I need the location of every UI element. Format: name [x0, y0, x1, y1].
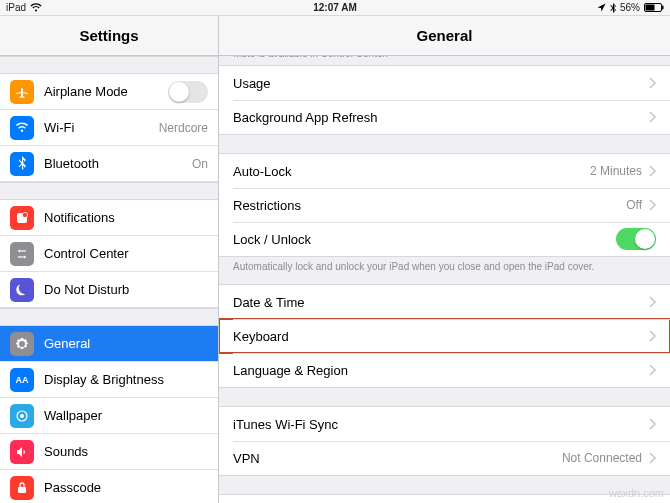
sidebar-label: Passcode: [44, 480, 208, 495]
svg-rect-6: [21, 250, 26, 251]
row-usage[interactable]: Usage: [219, 66, 670, 100]
sounds-icon: [10, 440, 34, 464]
bluetooth-icon: [10, 152, 34, 176]
truncated-note: Mute is available in Control Center.: [219, 56, 670, 65]
watermark: wsxdn.com: [609, 487, 664, 499]
row-date-time[interactable]: Date & Time: [219, 285, 670, 319]
main-header: General: [219, 16, 670, 56]
row-itunes-sync[interactable]: iTunes Wi-Fi Sync: [219, 407, 670, 441]
row-background-refresh[interactable]: Background App Refresh: [219, 100, 670, 134]
sidebar-label: Notifications: [44, 210, 208, 225]
svg-point-4: [22, 212, 27, 217]
chevron-right-icon: [648, 296, 656, 308]
row-autolock[interactable]: Auto-Lock 2 Minutes: [219, 154, 670, 188]
group-lock: Auto-Lock 2 Minutes Restrictions Off Loc…: [219, 153, 670, 257]
moon-icon: [10, 278, 34, 302]
sidebar-label: Control Center: [44, 246, 208, 261]
sidebar-item-display[interactable]: AA Display & Brightness: [0, 362, 218, 398]
svg-rect-8: [18, 256, 23, 257]
sidebar-label: Wi-Fi: [44, 120, 159, 135]
chevron-right-icon: [648, 165, 656, 177]
sidebar-item-wifi[interactable]: Wi-Fi Nerdcore: [0, 110, 218, 146]
row-lock-unlock[interactable]: Lock / Unlock: [219, 222, 670, 256]
settings-sidebar: Settings Airplane Mode Wi-Fi Nerdcore: [0, 16, 219, 503]
chevron-right-icon: [648, 418, 656, 430]
svg-point-5: [18, 249, 20, 251]
status-bar: iPad 12:07 AM 56%: [0, 0, 670, 16]
chevron-right-icon: [648, 330, 656, 342]
sidebar-title: Settings: [79, 27, 138, 44]
sidebar-label: Airplane Mode: [44, 84, 168, 99]
sidebar-label: Display & Brightness: [44, 372, 208, 387]
sidebar-item-control-center[interactable]: Control Center: [0, 236, 218, 272]
sidebar-value: On: [192, 157, 208, 171]
wifi-icon: [10, 116, 34, 140]
svg-point-11: [20, 414, 24, 418]
row-keyboard[interactable]: Keyboard: [219, 319, 670, 353]
clock: 12:07 AM: [0, 2, 670, 13]
sidebar-item-bluetooth[interactable]: Bluetooth On: [0, 146, 218, 182]
sidebar-label: Bluetooth: [44, 156, 192, 171]
row-reset[interactable]: Reset: [219, 495, 670, 503]
display-icon: AA: [10, 368, 34, 392]
group-sync: iTunes Wi-Fi Sync VPN Not Connected: [219, 406, 670, 476]
wallpaper-icon: [10, 404, 34, 428]
gear-icon: [10, 332, 34, 356]
sidebar-value: Nerdcore: [159, 121, 208, 135]
airplane-toggle[interactable]: [168, 81, 208, 103]
chevron-right-icon: [648, 199, 656, 211]
page-title: General: [417, 27, 473, 44]
row-vpn[interactable]: VPN Not Connected: [219, 441, 670, 475]
group-intl: Date & Time Keyboard Language & Region: [219, 284, 670, 388]
svg-rect-12: [18, 487, 26, 493]
sidebar-label: Sounds: [44, 444, 208, 459]
svg-text:AA: AA: [16, 375, 29, 385]
sidebar-item-sounds[interactable]: Sounds: [0, 434, 218, 470]
lock-footer-note: Automatically lock and unlock your iPad …: [219, 261, 670, 284]
sidebar-item-general[interactable]: General: [0, 326, 218, 362]
chevron-right-icon: [648, 452, 656, 464]
chevron-right-icon: [648, 77, 656, 89]
sidebar-label: Wallpaper: [44, 408, 208, 423]
sidebar-item-notifications[interactable]: Notifications: [0, 200, 218, 236]
sidebar-item-dnd[interactable]: Do Not Disturb: [0, 272, 218, 308]
chevron-right-icon: [648, 111, 656, 123]
row-language-region[interactable]: Language & Region: [219, 353, 670, 387]
sidebar-label: Do Not Disturb: [44, 282, 208, 297]
control-center-icon: [10, 242, 34, 266]
sidebar-header: Settings: [0, 16, 218, 56]
sidebar-item-airplane[interactable]: Airplane Mode: [0, 74, 218, 110]
main-panel: General Mute is available in Control Cen…: [219, 16, 670, 503]
group-usage: Usage Background App Refresh: [219, 65, 670, 135]
svg-point-7: [23, 255, 25, 257]
group-reset: Reset: [219, 494, 670, 503]
sidebar-item-passcode[interactable]: Passcode: [0, 470, 218, 503]
lock-icon: [10, 476, 34, 500]
row-restrictions[interactable]: Restrictions Off: [219, 188, 670, 222]
sidebar-label: General: [44, 336, 208, 351]
airplane-icon: [10, 80, 34, 104]
sidebar-item-wallpaper[interactable]: Wallpaper: [0, 398, 218, 434]
lock-unlock-toggle[interactable]: [616, 228, 656, 250]
notifications-icon: [10, 206, 34, 230]
chevron-right-icon: [648, 364, 656, 376]
